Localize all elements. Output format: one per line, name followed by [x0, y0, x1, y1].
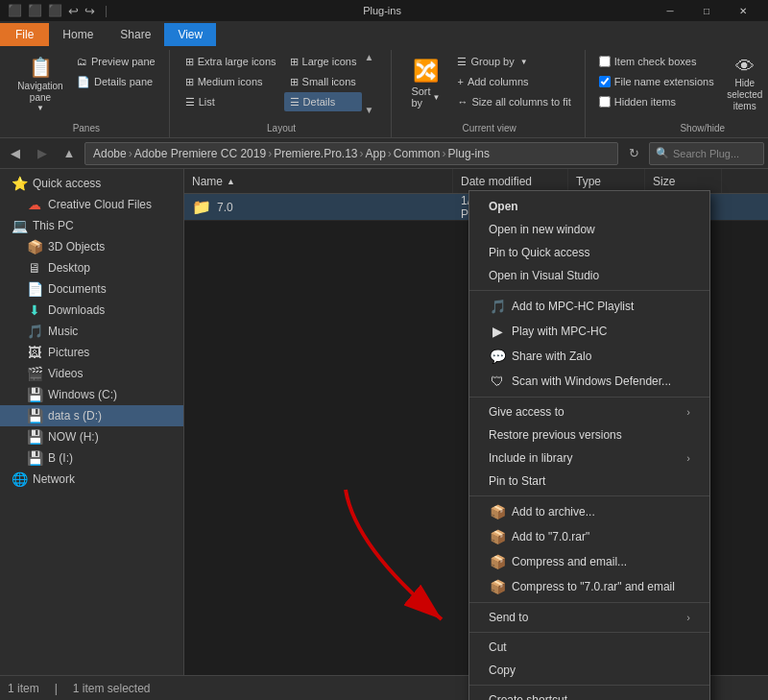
hidden-items-label: Hidden items — [614, 96, 676, 108]
path-segment-6: Plug-ins — [448, 147, 490, 160]
redo-icon[interactable]: ↪ — [84, 4, 95, 18]
ribbon-panes-items: 📋 Navigationpane ▼ 🗂 Preview pane 📄 Deta… — [12, 52, 161, 121]
ctx-give-access[interactable]: Give access to › — [469, 400, 709, 423]
nav-pane-label: Navigationpane — [17, 81, 62, 104]
sidebar-item-documents[interactable]: 📄 Documents — [0, 278, 183, 300]
mpc-playlist-icon: 🎵 — [489, 299, 506, 314]
refresh-button[interactable]: ↻ — [622, 142, 645, 165]
layout-scroll-down[interactable]: ▼ — [364, 105, 383, 115]
add-7rar-icon: 📦 — [489, 529, 506, 544]
preview-pane-label: Preview pane — [91, 56, 156, 67]
sidebar-item-3d-objects[interactable]: 📦 3D Objects — [0, 236, 183, 257]
sidebar-item-b-i[interactable]: 💾 B (I:) — [0, 447, 183, 469]
compress-email-icon: 📦 — [489, 554, 506, 569]
videos-label: Videos — [48, 367, 83, 380]
back-button[interactable]: ◀ — [4, 142, 27, 165]
ctx-share-zalo[interactable]: 💬 Share with Zalo — [469, 344, 709, 369]
ctx-restore-previous[interactable]: Restore previous versions — [469, 423, 709, 447]
3d-objects-label: 3D Objects — [48, 240, 105, 253]
ctx-send-to[interactable]: Send to › — [469, 606, 709, 629]
list-button[interactable]: ☰ List — [180, 92, 282, 111]
close-button[interactable]: ✕ — [726, 0, 760, 21]
extra-large-icons-button[interactable]: ⊞ Extra large icons — [180, 52, 282, 71]
item-checkboxes-label: Item check boxes — [614, 56, 697, 67]
ctx-pin-quick-access[interactable]: Pin to Quick access — [469, 241, 709, 264]
sidebar-item-creative-cloud[interactable]: ☁ Creative Cloud Files — [0, 194, 183, 215]
ctx-compress-7rar-label: Compress to "7.0.rar" and email — [512, 580, 675, 593]
sidebar-item-downloads[interactable]: ⬇ Downloads — [0, 300, 183, 321]
details-button[interactable]: ☰ Details — [284, 92, 363, 111]
preview-pane-button[interactable]: 🗂 Preview pane — [71, 52, 161, 71]
col-header-name[interactable]: Name ▲ — [184, 169, 453, 193]
ctx-open-new-window[interactable]: Open in new window — [469, 218, 709, 241]
tab-home[interactable]: Home — [49, 23, 107, 46]
ctx-include-label: Include in library — [489, 451, 572, 465]
forward-button[interactable]: ▶ — [31, 142, 54, 165]
hidden-items-checkbox[interactable] — [599, 96, 611, 108]
ctx-open-visual-studio[interactable]: Open in Visual Studio — [469, 264, 709, 287]
sidebar-item-quick-access[interactable]: ⭐ Quick access — [0, 173, 183, 194]
sidebar-item-this-pc[interactable]: 💻 This PC — [0, 215, 183, 236]
up-button[interactable]: ▲ — [58, 142, 81, 165]
give-access-arrow-icon: › — [686, 406, 690, 418]
ctx-compress-email[interactable]: 📦 Compress and email... — [469, 549, 709, 574]
ctx-create-shortcut-label: Create shortcut — [489, 693, 567, 700]
view-col: ☰ Group by ▼ + Add columns ↔ Size all co… — [451, 52, 576, 111]
maximize-button[interactable]: □ — [689, 0, 724, 21]
sidebar-item-network[interactable]: 🌐 Network — [0, 469, 183, 490]
sidebar-item-pictures[interactable]: 🖼 Pictures — [0, 342, 183, 363]
large-icons-button[interactable]: ⊞ Large icons — [284, 52, 363, 71]
ctx-add-mpc[interactable]: 🎵 Add to MPC-HC Playlist — [469, 294, 709, 319]
hide-selected-button[interactable]: 👁 Hide selecteditems — [720, 52, 768, 115]
hidden-items-option[interactable]: Hidden items — [595, 92, 718, 111]
tab-file[interactable]: File — [0, 23, 49, 46]
file-extensions-option[interactable]: File name extensions — [595, 72, 718, 91]
ctx-play-mpc[interactable]: ▶ Play with MPC-HC — [469, 319, 709, 344]
ctx-include-library[interactable]: Include in library › — [469, 447, 709, 470]
sort-by-button[interactable]: 🔀 Sortby ▼ — [401, 52, 449, 115]
archive-icon: 📦 — [489, 504, 506, 519]
address-path[interactable]: Adobe › Adobe Premiere CC 2019 › Premier… — [84, 142, 618, 165]
details-pane-button[interactable]: 📄 Details pane — [71, 72, 161, 91]
ctx-add-archive-label: Add to archive... — [512, 505, 595, 519]
sidebar-item-desktop[interactable]: 🖥 Desktop — [0, 257, 183, 278]
tab-share[interactable]: Share — [107, 23, 164, 46]
add-columns-button[interactable]: + Add columns — [451, 72, 576, 91]
this-pc-icon: 💻 — [12, 218, 27, 233]
ctx-create-shortcut[interactable]: Create shortcut — [469, 688, 709, 700]
ctx-add-mpc-label: Add to MPC-HC Playlist — [512, 300, 634, 313]
sort-label-row: Sortby ▼ — [411, 85, 440, 109]
layout-scroll-up[interactable]: ▲ — [364, 52, 383, 62]
group-by-button[interactable]: ☰ Group by ▼ — [451, 52, 576, 71]
sidebar-item-music[interactable]: 🎵 Music — [0, 321, 183, 342]
medium-icons-button[interactable]: ⊞ Medium icons — [180, 72, 282, 91]
minimize-button[interactable]: ─ — [653, 0, 687, 21]
sidebar-item-windows-c[interactable]: 💾 Windows (C:) — [0, 384, 183, 405]
tab-view[interactable]: View — [164, 23, 216, 46]
ctx-compress-7rar-email[interactable]: 📦 Compress to "7.0.rar" and email — [469, 574, 709, 599]
ctx-add-7rar[interactable]: 📦 Add to "7.0.rar" — [469, 524, 709, 549]
downloads-icon: ⬇ — [27, 302, 42, 318]
sidebar-item-data-d[interactable]: 💾 data s (D:) — [0, 405, 183, 426]
small-label: Small icons — [302, 76, 356, 87]
ctx-pin-start[interactable]: Pin to Start — [469, 470, 709, 493]
search-box[interactable]: 🔍 Search Plug... — [649, 142, 764, 165]
ctx-cut[interactable]: Cut — [469, 636, 709, 659]
ctx-open[interactable]: Open — [469, 195, 709, 218]
ctx-add-archive[interactable]: 📦 Add to archive... — [469, 499, 709, 524]
ribbon-group-layout: ⊞ Extra large icons ⊞ Medium icons ☰ Lis… — [172, 50, 393, 137]
file-extensions-checkbox[interactable] — [599, 76, 611, 87]
item-checkboxes-option[interactable]: Item check boxes — [595, 52, 718, 71]
sidebar-item-videos[interactable]: 🎬 Videos — [0, 363, 183, 384]
ctx-scan-defender[interactable]: 🛡 Scan with Windows Defender... — [469, 369, 709, 394]
ctx-sep-2 — [469, 397, 709, 398]
sidebar-item-now-h[interactable]: 💾 NOW (H:) — [0, 426, 183, 447]
size-all-columns-button[interactable]: ↔ Size all columns to fit — [451, 92, 576, 111]
ctx-open-label: Open — [489, 200, 518, 213]
navigation-pane-button[interactable]: 📋 Navigationpane ▼ — [12, 52, 69, 115]
ctx-copy[interactable]: Copy — [469, 659, 709, 682]
undo-icon[interactable]: ↩ — [68, 4, 79, 18]
item-checkboxes-checkbox[interactable] — [599, 56, 611, 67]
desktop-label: Desktop — [48, 261, 90, 275]
small-icons-button[interactable]: ⊞ Small icons — [284, 72, 363, 91]
